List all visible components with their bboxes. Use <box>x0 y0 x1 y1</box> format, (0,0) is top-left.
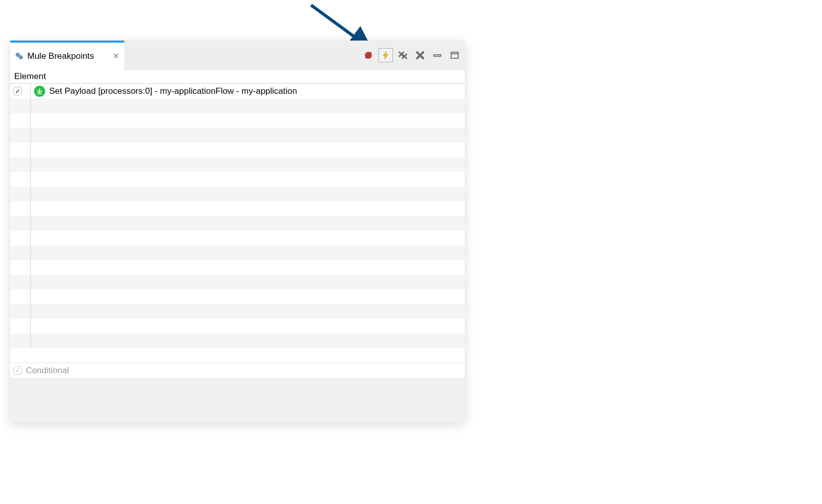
table-row <box>10 187 465 201</box>
table-row <box>10 142 465 157</box>
table-row <box>10 98 465 113</box>
table-row <box>10 157 465 172</box>
tab-bar: Mule Breakpoints ✕ <box>10 41 465 70</box>
breakpoint-label: Set Payload [processors:0] - my-applicat… <box>47 86 297 96</box>
table-row <box>10 260 465 275</box>
table-row <box>10 216 465 231</box>
table-row <box>10 304 465 319</box>
table-row <box>10 201 465 216</box>
table-row[interactable]: Set Payload [processors:0] - my-applicat… <box>10 84 465 98</box>
svg-point-1 <box>16 53 20 57</box>
close-icon[interactable]: ✕ <box>113 52 119 60</box>
remove-breakpoint-button[interactable] <box>413 48 427 62</box>
table-row <box>10 245 465 260</box>
column-header-element: Element <box>10 70 465 84</box>
svg-rect-12 <box>451 52 458 58</box>
table-row <box>10 290 465 304</box>
disable-all-breakpoints-icon <box>363 50 373 60</box>
maximize-icon <box>450 50 460 60</box>
breakpoint-list: Set Payload [processors:0] - my-applicat… <box>10 84 465 363</box>
table-row <box>10 128 465 142</box>
exception-breakpoint-button[interactable] <box>379 48 393 62</box>
conditional-expression-area[interactable] <box>10 378 465 422</box>
tab-title: Mule Breakpoints <box>27 51 110 61</box>
disable-all-breakpoints-button[interactable] <box>361 48 375 62</box>
svg-point-2 <box>19 56 23 59</box>
minimize-icon <box>432 50 442 60</box>
conditional-checkbox[interactable] <box>13 366 22 375</box>
table-row <box>10 113 465 128</box>
conditional-row: Conditional <box>10 363 465 378</box>
svg-rect-11 <box>434 55 441 56</box>
remove-all-breakpoints-button[interactable] <box>396 48 410 62</box>
set-payload-icon <box>34 86 47 97</box>
tab-mule-breakpoints[interactable]: Mule Breakpoints ✕ <box>10 43 124 70</box>
minimize-button[interactable] <box>430 48 444 62</box>
table-row <box>10 334 465 348</box>
table-row <box>10 275 465 290</box>
conditional-label: Conditional <box>26 366 69 376</box>
view-toolbar <box>361 41 462 70</box>
table-row <box>10 231 465 245</box>
table-row <box>10 172 465 187</box>
double-x-icon <box>398 50 408 60</box>
x-icon <box>415 50 425 60</box>
table-row <box>10 319 465 334</box>
breakpoints-view-icon <box>15 53 24 60</box>
mule-breakpoints-panel: Mule Breakpoints ✕ <box>10 41 465 422</box>
breakpoint-enable-checkbox[interactable] <box>13 87 22 95</box>
lightning-icon <box>381 50 391 60</box>
maximize-button[interactable] <box>448 48 462 62</box>
